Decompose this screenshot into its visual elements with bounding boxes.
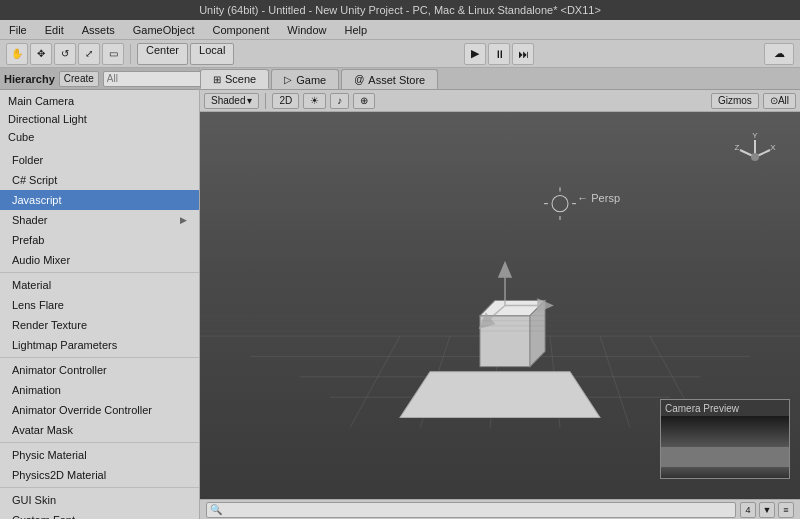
all-btn[interactable]: ⊙All — [763, 93, 796, 109]
axis-svg: Y X Z — [730, 132, 780, 182]
bottom-icons: 4 ▼ ≡ — [740, 502, 794, 518]
rotate-tool[interactable]: ↺ — [54, 43, 76, 65]
ctx-avatar-mask[interactable]: Avatar Mask — [0, 420, 199, 440]
svg-line-4 — [350, 336, 400, 428]
menu-section-4: Physic Material Physics2D Material — [0, 443, 199, 488]
right-toolbar: ☁ — [764, 43, 794, 65]
menu-section-3: Animator Controller Animation Animator O… — [0, 358, 199, 443]
tab-bar: ⊞ Scene ▷ Game @ Asset Store — [200, 68, 800, 90]
ctx-animator-controller[interactable]: Animator Controller — [0, 360, 199, 380]
ctx-physics2d-material[interactable]: Physics2D Material — [0, 465, 199, 485]
tab-game-label: Game — [296, 74, 326, 86]
svg-point-20 — [552, 196, 568, 212]
shaded-btn[interactable]: Shaded ▾ — [204, 93, 259, 109]
bottom-icon-3[interactable]: ≡ — [778, 502, 794, 518]
ctx-render-texture[interactable]: Render Texture — [0, 315, 199, 335]
bottom-bar: 🔍 4 ▼ ≡ — [200, 499, 800, 519]
menu-component[interactable]: Component — [207, 22, 274, 38]
move-tool[interactable]: ✥ — [30, 43, 52, 65]
menu-edit[interactable]: Edit — [40, 22, 69, 38]
bottom-search[interactable]: 🔍 — [206, 502, 736, 518]
ctx-animation[interactable]: Animation — [0, 380, 199, 400]
svg-line-8 — [600, 336, 630, 428]
tab-asset-store-label: Asset Store — [368, 74, 425, 86]
hand-tool[interactable]: ✋ — [6, 43, 28, 65]
scene-toolbar: Shaded ▾ 2D ☀ ♪ ⊕ Gizmos ⊙All — [200, 90, 800, 112]
transform-tools-group: ✋ ✥ ↺ ⤢ ▭ — [6, 43, 124, 65]
menu-file[interactable]: File — [4, 22, 32, 38]
camera-preview-title: Camera Preview — [661, 400, 789, 416]
rect-tool[interactable]: ▭ — [102, 43, 124, 65]
asset-store-tab-icon: @ — [354, 74, 364, 85]
pivot-center-btn[interactable]: Center — [137, 43, 188, 65]
cloud-button[interactable]: ☁ — [764, 43, 794, 65]
toolbar: ✋ ✥ ↺ ⤢ ▭ Center Local ▶ ⏸ ⏭ ☁ — [0, 40, 800, 68]
svg-marker-15 — [499, 263, 511, 277]
right-content: ⊞ Scene ▷ Game @ Asset Store Shaded ▾ 2D… — [200, 68, 800, 519]
gizmos-btn[interactable]: Gizmos — [711, 93, 759, 109]
menu-help[interactable]: Help — [339, 22, 372, 38]
menu-gameobject[interactable]: GameObject — [128, 22, 200, 38]
bottom-icon-1[interactable]: 4 — [740, 502, 756, 518]
hierarchy-title: Hierarchy — [4, 73, 55, 85]
svg-text:X: X — [770, 143, 776, 152]
ctx-shader[interactable]: Shader ▶ — [0, 210, 199, 230]
space-local-btn[interactable]: Local — [190, 43, 234, 65]
ctx-csharp[interactable]: C# Script — [0, 170, 199, 190]
play-controls: ▶ ⏸ ⏭ — [238, 43, 760, 65]
hierarchy-panel: Hierarchy Create Main Camera Directional… — [0, 68, 200, 519]
sound-btn[interactable]: ♪ — [330, 93, 349, 109]
context-menu: Folder C# Script Javascript Shader ▶ Pre… — [0, 148, 199, 519]
scale-tool[interactable]: ⤢ — [78, 43, 100, 65]
pivot-group: Center Local — [137, 43, 234, 65]
tab-asset-store[interactable]: @ Asset Store — [341, 69, 438, 89]
tab-scene-label: Scene — [225, 73, 256, 85]
svg-point-35 — [751, 153, 759, 161]
ctx-audio-mixer[interactable]: Audio Mixer — [0, 250, 199, 270]
step-button[interactable]: ⏭ — [512, 43, 534, 65]
pause-button[interactable]: ⏸ — [488, 43, 510, 65]
axis-indicator: Y X Z — [730, 132, 780, 182]
hierarchy-item-cube[interactable]: Cube — [0, 128, 199, 146]
ctx-physic-material[interactable]: Physic Material — [0, 445, 199, 465]
bottom-icon-2[interactable]: ▼ — [759, 502, 775, 518]
2d-btn[interactable]: 2D — [272, 93, 299, 109]
ctx-javascript[interactable]: Javascript — [0, 190, 199, 210]
svg-text:Z: Z — [735, 143, 740, 152]
tab-game[interactable]: ▷ Game — [271, 69, 339, 89]
scene-tab-icon: ⊞ — [213, 74, 221, 85]
camera-preview: Camera Preview — [660, 399, 790, 479]
play-button[interactable]: ▶ — [464, 43, 486, 65]
scene-view[interactable]: ← Persp Y X Z Camera Preview — [200, 112, 800, 499]
light-btn[interactable]: ☀ — [303, 93, 326, 109]
ctx-lightmap-params[interactable]: Lightmap Parameters — [0, 335, 199, 355]
camera-horizon — [661, 447, 789, 467]
ctx-animator-override[interactable]: Animator Override Controller — [0, 400, 199, 420]
camera-preview-view — [661, 416, 789, 478]
title-bar: Unity (64bit) - Untitled - New Unity Pro… — [0, 0, 800, 20]
hierarchy-item-main-camera[interactable]: Main Camera — [0, 92, 199, 110]
main-layout: Hierarchy Create Main Camera Directional… — [0, 68, 800, 519]
menu-section-1: Folder C# Script Javascript Shader ▶ Pre… — [0, 148, 199, 273]
tab-scene[interactable]: ⊞ Scene — [200, 69, 269, 89]
svg-text:Y: Y — [752, 132, 758, 140]
scene-canvas: ← Persp Y X Z Camera Preview — [200, 112, 800, 499]
hierarchy-create-btn[interactable]: Create — [59, 71, 99, 87]
ctx-lens-flare[interactable]: Lens Flare — [0, 295, 199, 315]
shaded-arrow: ▾ — [247, 95, 252, 106]
ctx-prefab[interactable]: Prefab — [0, 230, 199, 250]
hierarchy-item-directional-light[interactable]: Directional Light — [0, 110, 199, 128]
menu-window[interactable]: Window — [282, 22, 331, 38]
toolbar-sep-1 — [130, 44, 131, 64]
ctx-gui-skin[interactable]: GUI Skin — [0, 490, 199, 510]
title-text: Unity (64bit) - Untitled - New Unity Pro… — [199, 4, 601, 16]
scene-sep-1 — [265, 93, 266, 109]
menu-assets[interactable]: Assets — [77, 22, 120, 38]
ctx-material[interactable]: Material — [0, 275, 199, 295]
hierarchy-header: Hierarchy Create — [0, 68, 199, 90]
persp-label: ← Persp — [577, 192, 620, 204]
ctx-custom-font[interactable]: Custom Font — [0, 510, 199, 519]
effects-btn[interactable]: ⊕ — [353, 93, 375, 109]
ctx-folder[interactable]: Folder — [0, 150, 199, 170]
menu-bar: File Edit Assets GameObject Component Wi… — [0, 20, 800, 40]
